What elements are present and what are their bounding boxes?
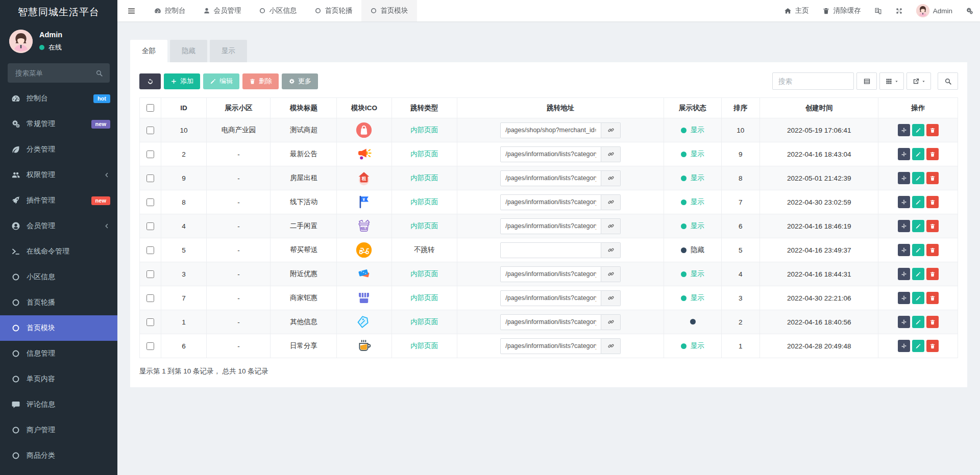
link-button[interactable]	[601, 194, 621, 210]
row-edit-button[interactable]	[912, 340, 924, 352]
drag-move-button[interactable]	[898, 268, 910, 280]
row-edit-button[interactable]	[912, 220, 924, 232]
add-button[interactable]: 添加	[164, 73, 200, 89]
row-edit-button[interactable]	[912, 172, 924, 184]
row-checkbox[interactable]	[146, 342, 154, 350]
row-edit-button[interactable]	[912, 196, 924, 208]
sidebar-item-在线命令管理[interactable]: 在线命令管理	[0, 239, 117, 264]
jump-url-input[interactable]	[500, 266, 601, 282]
detail-view-button[interactable]	[856, 72, 877, 90]
row-edit-button[interactable]	[912, 268, 924, 280]
column-header-展示状态[interactable]: 展示状态	[664, 98, 721, 118]
row-checkbox[interactable]	[146, 127, 154, 134]
jump-url-input[interactable]	[500, 122, 601, 138]
row-checkbox[interactable]	[146, 198, 154, 206]
sidebar-item-权限管理[interactable]: 权限管理	[0, 162, 117, 188]
row-delete-button[interactable]	[926, 268, 939, 280]
drag-move-button[interactable]	[898, 340, 910, 352]
column-header-跳转地址[interactable]: 跳转地址	[457, 98, 664, 118]
column-header-模块标题[interactable]: 模块标题	[271, 98, 337, 118]
jump-url-input[interactable]	[500, 338, 601, 354]
select-all-checkbox[interactable]	[146, 104, 154, 112]
link-button[interactable]	[601, 170, 621, 186]
column-header-操作[interactable]: 操作	[878, 98, 958, 118]
delete-button[interactable]: 删除	[242, 73, 279, 89]
columns-button[interactable]	[879, 72, 904, 90]
filter-tab-全部[interactable]: 全部	[130, 40, 167, 62]
jump-url-input[interactable]	[500, 146, 601, 162]
row-edit-button[interactable]	[912, 148, 924, 160]
nav-tab-首页轮播[interactable]: 首页轮播	[306, 0, 361, 21]
edit-button[interactable]: 编辑	[203, 73, 239, 89]
sidebar-item-商户管理[interactable]: 商户管理	[0, 417, 117, 443]
nav-tab-小区信息[interactable]: 小区信息	[250, 0, 306, 21]
row-edit-button[interactable]	[912, 244, 924, 256]
sidebar-item-商品分类[interactable]: 商品分类	[0, 443, 117, 468]
sidebar-item-控制台[interactable]: 控制台hot	[0, 86, 117, 111]
drag-move-button[interactable]	[898, 196, 910, 208]
drag-move-button[interactable]	[898, 316, 910, 328]
row-delete-button[interactable]	[926, 316, 939, 328]
profile-menu[interactable]: Admin	[910, 0, 959, 21]
row-checkbox[interactable]	[146, 294, 154, 302]
link-button[interactable]	[601, 266, 621, 282]
row-delete-button[interactable]	[926, 124, 939, 136]
row-checkbox[interactable]	[146, 270, 154, 278]
sidebar-item-小区信息[interactable]: 小区信息	[0, 264, 117, 290]
link-button[interactable]	[601, 242, 621, 258]
sidebar-item-插件管理[interactable]: 插件管理new	[0, 188, 117, 213]
table-search-input[interactable]	[772, 72, 854, 90]
column-header-跳转类型[interactable]: 跳转类型	[391, 98, 457, 118]
nav-tab-会员管理[interactable]: 会员管理	[194, 0, 250, 21]
home-button[interactable]: 主页	[777, 0, 816, 21]
column-header-排序[interactable]: 排序	[721, 98, 760, 118]
link-button[interactable]	[601, 146, 621, 162]
drag-move-button[interactable]	[898, 244, 910, 256]
row-edit-button[interactable]	[912, 316, 924, 328]
drag-move-button[interactable]	[898, 148, 910, 160]
row-delete-button[interactable]	[926, 148, 939, 160]
jump-url-input[interactable]	[500, 290, 601, 306]
column-header-创建时间[interactable]: 创建时间	[760, 98, 878, 118]
sidebar-toggle-button[interactable]	[117, 0, 145, 21]
language-button[interactable]	[868, 0, 889, 21]
row-edit-button[interactable]	[912, 124, 924, 136]
row-delete-button[interactable]	[926, 220, 939, 232]
sidebar-item-信息管理[interactable]: 信息管理	[0, 341, 117, 366]
settings-button[interactable]	[959, 0, 980, 21]
sidebar-item-首页轮播[interactable]: 首页轮播	[0, 290, 117, 315]
jump-url-input[interactable]	[500, 194, 601, 210]
column-header-展示小区[interactable]: 展示小区	[207, 98, 271, 118]
drag-move-button[interactable]	[898, 292, 910, 304]
nav-tab-首页模块[interactable]: 首页模块	[361, 0, 417, 21]
jump-url-input[interactable]	[500, 170, 601, 186]
jump-url-input[interactable]	[500, 314, 601, 330]
sidebar-search-input[interactable]	[14, 69, 95, 78]
column-header-模块ICO[interactable]: 模块ICO	[337, 98, 391, 118]
sidebar-item-单页内容[interactable]: 单页内容	[0, 366, 117, 392]
row-checkbox[interactable]	[146, 174, 154, 182]
row-checkbox[interactable]	[146, 222, 154, 230]
row-delete-button[interactable]	[926, 172, 939, 184]
drag-move-button[interactable]	[898, 172, 910, 184]
link-button[interactable]	[601, 218, 621, 234]
row-checkbox[interactable]	[146, 318, 154, 326]
sidebar-item-评论信息[interactable]: 评论信息	[0, 392, 117, 417]
jump-url-input[interactable]	[500, 242, 601, 258]
export-button[interactable]	[906, 72, 931, 90]
link-button[interactable]	[601, 122, 621, 138]
row-edit-button[interactable]	[912, 292, 924, 304]
nav-tab-控制台[interactable]: 控制台	[145, 0, 194, 21]
row-checkbox[interactable]	[146, 246, 154, 254]
sidebar-item-首页模块[interactable]: 首页模块	[0, 315, 117, 341]
filter-tab-隐藏[interactable]: 隐藏	[170, 40, 207, 62]
row-delete-button[interactable]	[926, 292, 939, 304]
sidebar-item-分类管理[interactable]: 分类管理	[0, 137, 117, 162]
refresh-button[interactable]	[139, 73, 161, 89]
more-button[interactable]: 更多	[282, 73, 318, 89]
search-button[interactable]	[938, 72, 958, 90]
row-delete-button[interactable]	[926, 196, 939, 208]
link-button[interactable]	[601, 314, 621, 330]
sidebar-item-常规管理[interactable]: 常规管理new	[0, 111, 117, 137]
row-delete-button[interactable]	[926, 244, 939, 256]
